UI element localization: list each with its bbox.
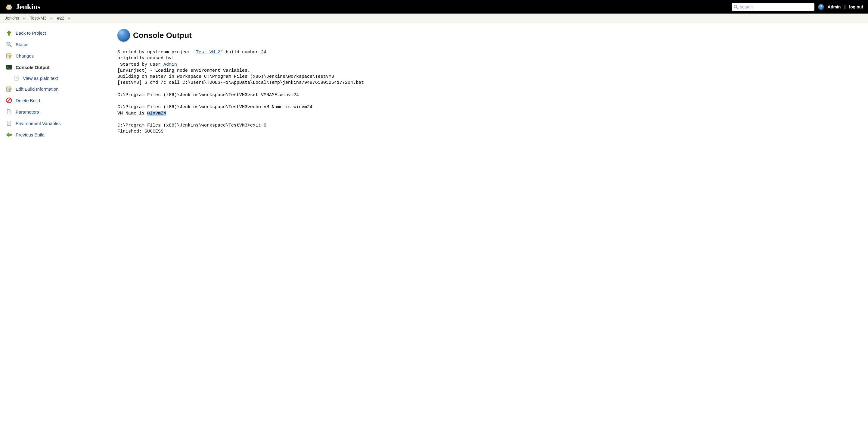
header-right: ? Admin | log out	[732, 3, 863, 11]
breadcrumb-build[interactable]: #22	[57, 16, 64, 21]
sidebar-item-console[interactable]: >_ Console Output	[3, 61, 105, 73]
search-box	[732, 3, 814, 11]
no-entry-icon	[5, 97, 13, 104]
svg-rect-9	[7, 53, 11, 55]
up-arrow-icon	[5, 29, 13, 36]
upstream-project-link[interactable]: Test VM 2	[196, 50, 220, 55]
sidebar-item-label: Delete Build	[16, 98, 40, 103]
svg-rect-19	[7, 86, 11, 88]
svg-point-2	[7, 7, 8, 8]
chevron-right-icon: ▶	[51, 17, 53, 20]
magnifier-icon	[5, 41, 13, 48]
page-title-row: Console Output	[117, 29, 859, 41]
sidebar-item-back[interactable]: Back to Project	[3, 27, 105, 38]
svg-line-5	[737, 7, 738, 9]
log-text: Started by user	[117, 62, 163, 67]
document-icon	[5, 120, 13, 127]
svg-rect-1	[7, 4, 11, 5]
sidebar-item-label: Status	[16, 42, 29, 47]
sidebar-item-previous[interactable]: Previous Build	[3, 129, 105, 140]
user-link[interactable]: Admin	[828, 4, 841, 9]
terminal-icon: >_	[5, 63, 13, 71]
log-text: C:\Program Files (x86)\Jenkins\workspace…	[117, 105, 312, 110]
main-layout: Back to Project Status	[0, 23, 868, 145]
blue-ball-icon	[117, 29, 130, 41]
chevron-right-icon: ▶	[68, 17, 71, 20]
left-arrow-icon	[5, 131, 13, 138]
header-separator: |	[844, 4, 845, 9]
user-link[interactable]: Admin	[163, 62, 177, 67]
search-icon	[734, 4, 738, 9]
sidebar-item-label: Previous Build	[16, 132, 44, 137]
upstream-build-link[interactable]: 24	[261, 50, 266, 55]
sidebar-item-label: Back to Project	[16, 30, 46, 35]
breadcrumb-jenkins[interactable]: Jenkins	[5, 16, 19, 21]
log-text: C:\Program Files (x86)\Jenkins\workspace…	[117, 92, 299, 97]
breadcrumb-project[interactable]: TestVM3	[30, 16, 46, 21]
sidebar-item-label: Parameters	[16, 109, 39, 114]
sidebar-subitem-plain-text[interactable]: View as plain text	[3, 73, 105, 83]
notepad-pencil-icon	[5, 52, 13, 59]
svg-text:>_: >_	[7, 66, 10, 69]
help-icon[interactable]: ?	[818, 4, 824, 10]
log-text: Finished: SUCCESS	[117, 129, 163, 134]
log-text: Started by upstream project "	[117, 50, 196, 55]
highlighted-text: winvm24	[147, 111, 166, 116]
svg-line-7	[10, 45, 11, 47]
sidebar-item-label: Edit Build Information	[16, 86, 59, 92]
log-text: originally caused by:	[117, 56, 174, 61]
chevron-right-icon: ▶	[23, 17, 26, 20]
log-text: C:\Program Files (x86)\Jenkins\workspace…	[117, 123, 266, 128]
jenkins-head-icon	[5, 3, 13, 11]
sidebar-item-label: Environment Variables	[16, 121, 61, 126]
svg-point-3	[10, 7, 10, 8]
sidebar-item-status[interactable]: Status	[3, 38, 105, 50]
log-text: VM Name is	[117, 111, 147, 116]
breadcrumb: Jenkins ▶ TestVM3 ▶ #22 ▶	[0, 13, 868, 23]
main-content: Console Output Started by upstream proje…	[108, 23, 868, 145]
page-title: Console Output	[133, 31, 192, 40]
search-input[interactable]	[732, 3, 814, 11]
sidebar-item-edit[interactable]: Edit Build Information	[3, 83, 105, 94]
sidebar-item-parameters[interactable]: Parameters	[3, 106, 105, 117]
log-text: [EnvInject] - Loading node environment v…	[117, 68, 250, 73]
sidebar-subitem-label: View as plain text	[23, 76, 58, 81]
sidebar-item-label: Changes	[16, 53, 34, 58]
log-text: [TestVM3] $ cmd /c call C:\Users\TOOLS-~…	[117, 80, 364, 85]
log-text: Building on master in workspace C:\Progr…	[117, 74, 334, 79]
console-output: Started by upstream project "Test VM 2" …	[117, 49, 859, 135]
sidebar-item-env[interactable]: Environment Variables	[3, 117, 105, 129]
top-header: Jenkins ? Admin | log out	[0, 0, 868, 13]
logout-link[interactable]: log out	[849, 4, 863, 9]
jenkins-logo[interactable]: Jenkins	[5, 2, 40, 11]
app-title: Jenkins	[16, 2, 40, 11]
notepad-pencil-icon	[5, 85, 13, 92]
sidebar: Back to Project Status	[0, 23, 108, 145]
sidebar-item-changes[interactable]: Changes	[3, 50, 105, 61]
sidebar-item-delete[interactable]: Delete Build	[3, 94, 105, 106]
sidebar-item-label: Console Output	[16, 65, 50, 70]
document-icon	[13, 75, 20, 81]
log-text: " build number	[220, 50, 261, 55]
document-icon	[5, 108, 13, 115]
